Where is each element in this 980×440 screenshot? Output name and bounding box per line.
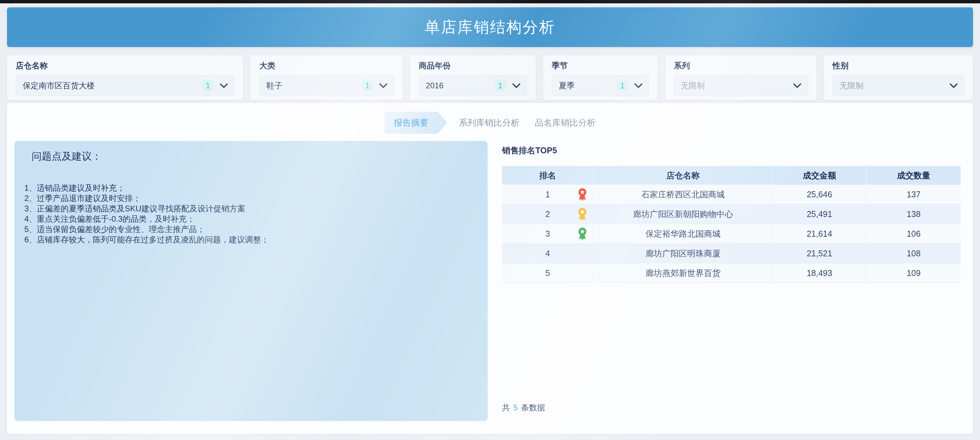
chevron-down-icon bbox=[512, 83, 521, 88]
issues-suggestions-panel: 问题点及建议： 1、适销品类建议及时补充； 2、过季产品退市建议及时安排； 3、… bbox=[14, 141, 488, 421]
selected-value: 夏季 bbox=[559, 80, 616, 91]
amount-cell: 21,614 bbox=[773, 224, 867, 243]
qty-cell: 108 bbox=[867, 244, 961, 263]
rank-cell: 3 bbox=[502, 224, 594, 243]
selected-value: 保定南市区百货大楼 bbox=[23, 80, 202, 91]
rank-value: 2 bbox=[546, 209, 550, 219]
record-count-status: 共5条数据 bbox=[502, 402, 961, 413]
selection-count-badge: 1 bbox=[616, 79, 629, 92]
tab-product-stock-sales-analysis[interactable]: 品名库销比分析 bbox=[535, 112, 596, 133]
page-title: 单店库销结构分析 bbox=[425, 17, 555, 38]
medal-icon-third-place bbox=[577, 227, 588, 241]
filter-card-product-year: 商品年份 2016 1 bbox=[410, 56, 536, 100]
chevron-down-icon bbox=[634, 83, 643, 88]
qty-cell: 106 bbox=[867, 224, 961, 243]
qty-cell: 138 bbox=[867, 204, 961, 224]
content-card: 报告摘要 系列库销比分析 品名库销比分析 问题点及建议： 1、适销品类建议及时补… bbox=[7, 103, 973, 434]
selected-value: 鞋子 bbox=[266, 80, 361, 91]
filter-label: 大类 bbox=[259, 60, 394, 71]
filter-card-season: 季节 夏季 1 bbox=[543, 56, 658, 100]
panel-heading: 问题点及建议： bbox=[32, 150, 474, 163]
ranking-table: 排名 店仓名称 成交金额 成交数量 1 石家庄桥西区北国商城 25,646 13… bbox=[502, 166, 961, 283]
selection-count-badge: 1 bbox=[202, 79, 214, 92]
tab-report-summary[interactable]: 报告摘要 bbox=[385, 112, 447, 133]
store-cell: 石家庄桥西区北国商城 bbox=[594, 185, 773, 204]
placeholder-value: 无限制 bbox=[840, 80, 949, 91]
filter-card-series: 系列 无限制 bbox=[665, 56, 816, 100]
store-cell: 保定裕华路北国商城 bbox=[594, 224, 773, 243]
filter-label: 商品年份 bbox=[418, 60, 527, 71]
selection-count-badge: 1 bbox=[361, 79, 374, 92]
filter-label: 性别 bbox=[832, 60, 964, 71]
selected-value: 2016 bbox=[426, 81, 494, 91]
table-row: 2 廊坊广阳区新朝阳购物中心 25,491 138 bbox=[502, 204, 961, 224]
table-row: 5 廊坊燕郊新世界百货 18,493 109 bbox=[502, 263, 961, 283]
table-row: 3 保定裕华路北国商城 21,614 106 bbox=[502, 224, 961, 244]
rank-value: 4 bbox=[546, 249, 550, 258]
amount-cell: 25,491 bbox=[773, 204, 867, 224]
store-cell: 廊坊燕郊新世界百货 bbox=[594, 263, 773, 283]
table-row: 1 石家庄桥西区北国商城 25,646 137 bbox=[502, 185, 961, 204]
column-header-rank: 排名 bbox=[502, 166, 594, 185]
count-value: 5 bbox=[510, 403, 521, 412]
count-suffix: 条数据 bbox=[521, 403, 545, 412]
tab-series-stock-sales-analysis[interactable]: 系列库销比分析 bbox=[459, 112, 520, 133]
filter-bar: 店仓名称 保定南市区百货大楼 1 大类 鞋子 1 商品年份 2016 1 季节 … bbox=[7, 56, 973, 100]
rank-value: 1 bbox=[546, 190, 550, 199]
suggestion-item: 1、适销品类建议及时补充； bbox=[24, 183, 474, 193]
amount-cell: 25,646 bbox=[773, 185, 867, 204]
window-top-bar bbox=[0, 0, 980, 3]
product-year-select[interactable]: 2016 1 bbox=[418, 75, 527, 96]
sales-ranking-panel: 销售排名TOP5 排名 店仓名称 成交金额 成交数量 1 石家庄桥西区北国商城 bbox=[502, 141, 961, 421]
filter-label: 季节 bbox=[552, 60, 649, 71]
chevron-down-icon bbox=[949, 83, 958, 88]
gender-select[interactable]: 无限制 bbox=[832, 75, 964, 96]
suggestion-list: 1、适销品类建议及时补充； 2、过季产品退市建议及时安排； 3、正偏差的夏季适销… bbox=[24, 183, 474, 245]
suggestion-item: 4、重点关注负偏差低于-0.3的品类，及时补充； bbox=[24, 214, 474, 224]
filter-label: 店仓名称 bbox=[16, 60, 234, 71]
column-header-amount: 成交金额 bbox=[773, 166, 867, 185]
filter-card-gender: 性别 无限制 bbox=[824, 56, 973, 100]
medal-icon-second-place bbox=[577, 207, 588, 221]
category-select[interactable]: 鞋子 1 bbox=[259, 75, 394, 96]
chevron-down-icon bbox=[793, 83, 802, 88]
medal-icon-first-place bbox=[577, 187, 588, 201]
table-header-row: 排名 店仓名称 成交金额 成交数量 bbox=[502, 166, 961, 185]
suggestion-item: 5、适当保留负偏差较少的专业性、理念主推产品； bbox=[24, 224, 474, 234]
tab-bar: 报告摘要 系列库销比分析 品名库销比分析 bbox=[7, 112, 973, 133]
ranking-title: 销售排名TOP5 bbox=[502, 145, 961, 156]
suggestion-item: 6、店铺库存较大，陈列可能存在过多过挤及凌乱的问题，建议调整； bbox=[24, 234, 474, 245]
column-header-store: 店仓名称 bbox=[594, 166, 773, 185]
store-name-select[interactable]: 保定南市区百货大楼 1 bbox=[16, 75, 234, 96]
chevron-down-icon bbox=[379, 83, 388, 88]
column-header-qty: 成交数量 bbox=[867, 166, 961, 185]
rank-value: 3 bbox=[546, 229, 550, 239]
rank-cell: 2 bbox=[502, 204, 594, 224]
series-select[interactable]: 无限制 bbox=[674, 75, 808, 96]
filter-card-category: 大类 鞋子 1 bbox=[250, 56, 402, 100]
amount-cell: 21,521 bbox=[773, 244, 867, 263]
report-panels: 问题点及建议： 1、适销品类建议及时补充； 2、过季产品退市建议及时安排； 3、… bbox=[14, 141, 961, 421]
season-select[interactable]: 夏季 1 bbox=[552, 75, 649, 96]
amount-cell: 18,493 bbox=[773, 263, 867, 283]
selection-count-badge: 1 bbox=[494, 79, 507, 92]
table-row: 4 廊坊广阳区明珠商厦 21,521 108 bbox=[502, 244, 961, 263]
placeholder-value: 无限制 bbox=[681, 80, 793, 91]
filter-label: 系列 bbox=[674, 60, 808, 71]
chevron-down-icon bbox=[220, 83, 228, 88]
qty-cell: 109 bbox=[867, 263, 961, 283]
rank-value: 5 bbox=[546, 268, 550, 278]
store-cell: 廊坊广阳区新朝阳购物中心 bbox=[594, 204, 773, 224]
count-prefix: 共 bbox=[502, 403, 510, 412]
filter-card-store-name: 店仓名称 保定南市区百货大楼 1 bbox=[7, 56, 243, 100]
suggestion-item: 3、正偏差的夏季适销品类及SKU建议寻找搭配及设计促销方案 bbox=[24, 203, 474, 214]
store-cell: 廊坊广阳区明珠商厦 bbox=[594, 244, 773, 263]
suggestion-item: 2、过季产品退市建议及时安排； bbox=[24, 193, 474, 203]
rank-cell: 4 bbox=[502, 244, 594, 263]
rank-cell: 1 bbox=[502, 185, 594, 204]
dashboard-header: 单店库销结构分析 bbox=[7, 7, 973, 47]
rank-cell: 5 bbox=[502, 263, 594, 283]
qty-cell: 137 bbox=[867, 185, 961, 204]
